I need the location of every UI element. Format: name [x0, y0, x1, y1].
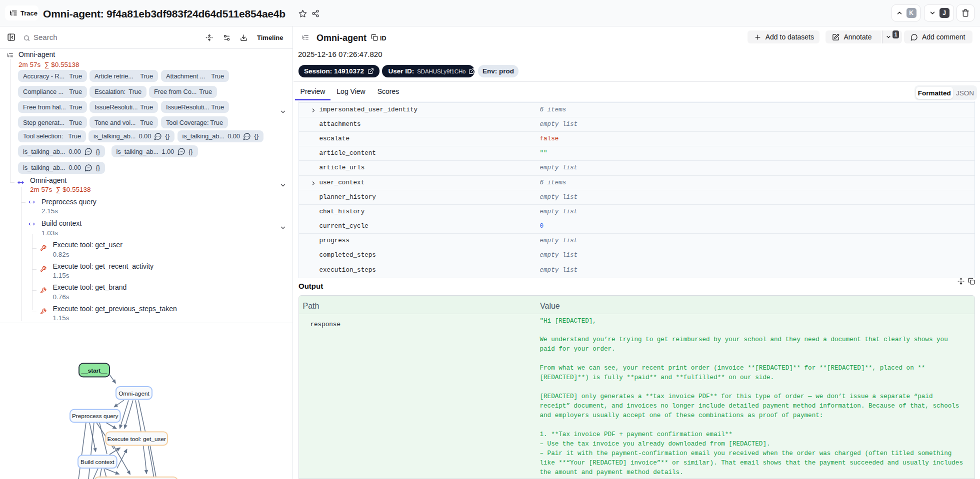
svg-text:Build context: Build context — [80, 459, 114, 466]
svg-text:Omni-agent: Omni-agent — [118, 390, 150, 397]
svg-text:__start__: __start__ — [81, 367, 108, 374]
svg-text:Preprocess query: Preprocess query — [72, 413, 118, 420]
svg-text:Execute tool: get_user: Execute tool: get_user — [108, 436, 166, 443]
